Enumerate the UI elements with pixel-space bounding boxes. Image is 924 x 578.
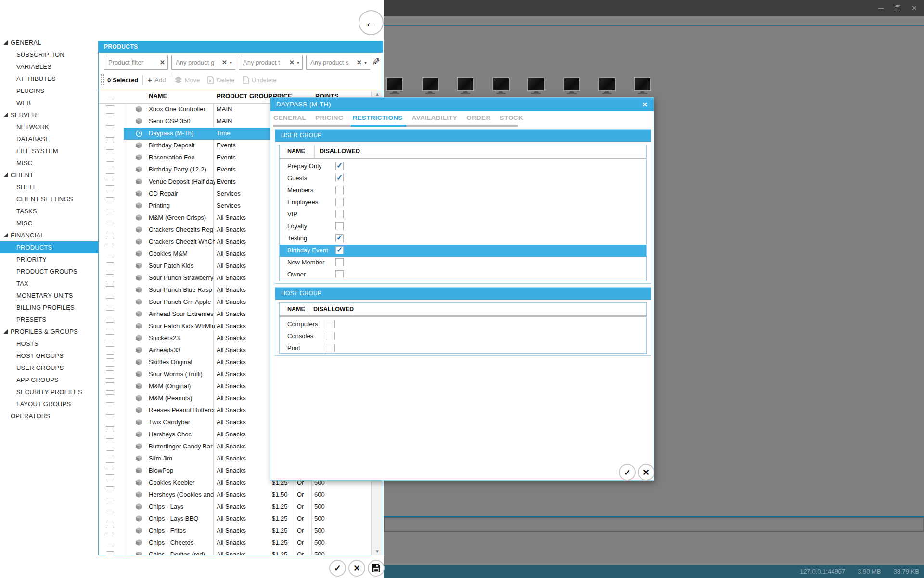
sidebar-item-user-groups[interactable]: USER GROUPS — [0, 362, 64, 374]
dialog-ok-button[interactable]: ✓ — [619, 464, 636, 481]
expander-icon[interactable] — [3, 40, 8, 45]
host-group-column-disallowed[interactable]: DISALLOWED — [313, 306, 354, 313]
row-checkbox[interactable] — [106, 503, 114, 511]
row-checkbox[interactable] — [106, 262, 114, 270]
sidebar-item-security-profiles[interactable]: SECURITY PROFILES — [0, 386, 82, 398]
host-group-row-pool[interactable]: Pool — [280, 342, 646, 355]
delete-button[interactable]: Delete — [207, 76, 235, 84]
clear-filter-icon[interactable]: ✕ — [354, 59, 364, 66]
user-group-row-loyalty[interactable]: Loyalty — [280, 221, 646, 233]
host-computer-icon[interactable] — [457, 77, 474, 95]
sidebar-item-financial[interactable]: FINANCIAL — [0, 229, 44, 241]
tab-order[interactable]: ORDER — [466, 114, 490, 121]
sidebar-item-misc[interactable]: MISC — [0, 157, 32, 169]
product-row-chips-lays[interactable]: Chips - LaysAll Snacks$1.25Or500 — [99, 501, 371, 513]
sidebar-item-layout-groups[interactable]: LAYOUT GROUPS — [0, 398, 71, 410]
row-checkbox[interactable] — [106, 298, 114, 306]
sidebar-item-tax[interactable]: TAX — [0, 277, 28, 289]
user-group-row-employees[interactable]: Employees — [280, 197, 646, 209]
filter-any-product-t[interactable]: Any product t✕▾ — [239, 55, 303, 70]
host-group-row-computers[interactable]: Computers — [280, 318, 646, 330]
scroll-up-icon[interactable]: ▲ — [372, 92, 383, 97]
row-checkbox[interactable] — [106, 226, 114, 234]
edit-filters-icon[interactable]: ✎ — [372, 56, 380, 67]
tab-restrictions[interactable]: RESTRICTIONS — [352, 114, 402, 121]
user-group-row-vip[interactable]: VIP — [280, 209, 646, 221]
row-checkbox[interactable] — [106, 394, 114, 403]
sidebar-item-product-groups[interactable]: PRODUCT GROUPS — [0, 265, 77, 277]
sidebar-item-app-groups[interactable]: APP GROUPS — [0, 374, 59, 386]
user-group-column-disallowed[interactable]: DISALLOWED — [320, 148, 360, 155]
user-group-row-birthday-event[interactable]: Birthday Event — [280, 245, 646, 257]
panel-ok-button[interactable]: ✓ — [329, 560, 346, 577]
restore-button[interactable] — [890, 0, 905, 16]
disallowed-checkbox[interactable] — [335, 186, 344, 194]
sidebar-item-server[interactable]: SERVER — [0, 109, 37, 121]
row-checkbox[interactable] — [106, 178, 114, 186]
disallowed-checkbox[interactable] — [335, 162, 344, 170]
chevron-down-icon[interactable]: ▾ — [230, 60, 235, 65]
chevron-down-icon[interactable]: ▾ — [297, 60, 302, 65]
user-group-column-name[interactable]: NAME — [287, 148, 305, 155]
row-checkbox[interactable] — [106, 202, 114, 210]
disallowed-checkbox[interactable] — [335, 246, 344, 254]
close-window-button[interactable]: ✕ — [907, 0, 922, 16]
row-checkbox[interactable] — [106, 274, 114, 282]
row-checkbox[interactable] — [106, 346, 114, 355]
clear-filter-icon[interactable]: ✕ — [219, 59, 230, 66]
host-group-row-consoles[interactable]: Consoles — [280, 330, 646, 342]
column-name[interactable]: NAME — [149, 92, 167, 100]
sidebar-item-tasks[interactable]: TASKS — [0, 205, 37, 217]
expander-icon[interactable] — [3, 173, 8, 177]
dialog-close-button[interactable]: ✕ — [639, 98, 651, 111]
sidebar-item-products[interactable]: PRODUCTS — [0, 241, 112, 253]
back-button[interactable]: ← — [359, 10, 384, 35]
sidebar-item-monetary-units[interactable]: MONETARY UNITS — [0, 289, 73, 302]
sidebar-item-presets[interactable]: PRESETS — [0, 314, 46, 326]
host-computer-icon[interactable] — [386, 77, 403, 95]
tab-pricing[interactable]: PRICING — [315, 114, 343, 121]
row-checkbox[interactable] — [106, 190, 114, 198]
sidebar-item-host-groups[interactable]: HOST GROUPS — [0, 350, 64, 362]
disallowed-checkbox[interactable] — [327, 320, 335, 328]
user-group-row-testing[interactable]: Testing — [280, 233, 646, 245]
sidebar-item-plugins[interactable]: PLUGINS — [0, 85, 44, 97]
undelete-button[interactable]: Undelete — [243, 76, 277, 84]
drag-handle[interactable] — [101, 74, 104, 86]
disallowed-checkbox[interactable] — [335, 234, 344, 242]
product-row-hersheys-cookies-and-creme[interactable]: Hersheys (Cookies and Creme)All Snacks$1… — [99, 489, 371, 501]
row-checkbox[interactable] — [106, 166, 114, 174]
host-computer-icon[interactable] — [422, 77, 439, 95]
sidebar-item-shell[interactable]: SHELL — [0, 181, 37, 193]
sidebar-item-priority[interactable]: PRIORITY — [0, 253, 47, 265]
disallowed-checkbox[interactable] — [335, 174, 344, 182]
dialog-title[interactable]: DAYPASS (M-TH) — [270, 98, 654, 111]
row-checkbox[interactable] — [106, 491, 114, 499]
sidebar-item-operators[interactable]: OPERATORS — [0, 410, 50, 422]
host-computer-icon[interactable] — [634, 77, 651, 95]
disallowed-checkbox[interactable] — [335, 222, 344, 230]
tab-availability[interactable]: AVAILABILITY — [412, 114, 458, 121]
chevron-down-icon[interactable]: ▾ — [364, 60, 370, 65]
row-checkbox[interactable] — [106, 154, 114, 162]
disallowed-checkbox[interactable] — [335, 258, 344, 266]
column-product-group[interactable]: PRODUCT GROUP — [217, 92, 272, 100]
user-group-row-guests[interactable]: Guests — [280, 172, 646, 184]
select-all-checkbox[interactable] — [106, 92, 114, 100]
product-row-chips-doritos-red[interactable]: Chips - Doritos (red)All Snacks$1.25Or50… — [99, 549, 371, 555]
row-checkbox[interactable] — [106, 358, 114, 367]
row-checkbox[interactable] — [106, 551, 114, 555]
sidebar-item-client-settings[interactable]: CLIENT SETTINGS — [0, 193, 73, 205]
clear-filter-icon[interactable]: ✕ — [157, 59, 167, 66]
sidebar-item-hosts[interactable]: HOSTS — [0, 338, 38, 350]
host-computer-icon[interactable] — [527, 77, 545, 95]
host-computer-icon[interactable] — [492, 77, 510, 95]
user-group-row-owner[interactable]: Owner — [280, 269, 646, 281]
row-checkbox[interactable] — [106, 443, 114, 451]
sidebar-item-profiles-groups[interactable]: PROFILES & GROUPS — [0, 326, 78, 338]
row-checkbox[interactable] — [106, 527, 114, 535]
row-checkbox[interactable] — [106, 431, 114, 439]
dialog-cancel-button[interactable]: ✕ — [638, 464, 654, 481]
sidebar-item-attributes[interactable]: ATTRIBUTES — [0, 73, 56, 85]
row-checkbox[interactable] — [106, 130, 114, 138]
